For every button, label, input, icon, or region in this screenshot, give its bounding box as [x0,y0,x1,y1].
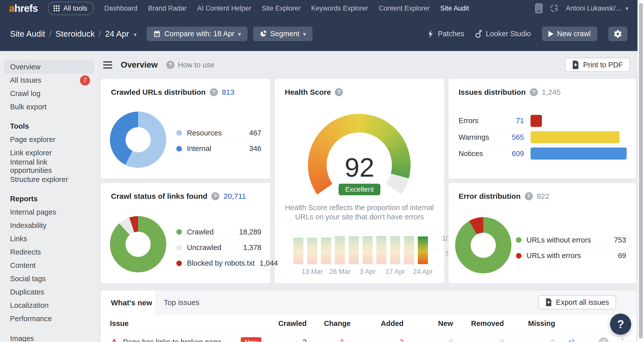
mobile-app-icon[interactable] [535,3,543,13]
legend-item[interactable]: URLs without errors 753 [516,232,626,248]
legend-item[interactable]: Blocked by robots.txt 1,044 [176,255,261,271]
export-all-issues-button[interactable]: Export all issues [538,295,616,309]
resources-dot [176,130,182,136]
sidebar-item-overview[interactable]: Overview [4,60,94,74]
sidebar-item-all-issues[interactable]: All Issues 7 [4,74,94,87]
help-circle-icon[interactable] [530,88,538,96]
sidebar-item-indexability[interactable]: Indexability [4,219,94,232]
help-circle-icon[interactable] [598,337,609,342]
warnings-bar [531,131,620,143]
errors-count-link[interactable]: 71 [496,117,524,125]
help-circle-icon[interactable] [525,192,533,200]
sidebar-item-performance[interactable]: Performance [4,312,94,325]
legend-item[interactable]: Resources 467 [176,125,261,141]
crawl-status-total-link[interactable]: 20,711 [223,192,246,201]
sidebar-item-internal-link-opportunities[interactable]: Internal link opportunities [4,160,94,173]
health-trend-bar [349,236,359,264]
nav-ai-content-helper[interactable]: AI Content Helper [197,5,251,12]
breadcrumb-crawl-date[interactable]: 24 Apr [105,29,129,39]
nav-dashboard[interactable]: Dashboard [104,5,138,12]
issues-row-errors: Errors 71 [459,113,627,129]
column-removed[interactable]: Removed [453,319,504,328]
sidebar-item-link-explorer[interactable]: Link explorer [4,146,94,160]
ahrefs-logo[interactable]: ahrefs [9,3,38,14]
top-nav-right: Antoni Lukawski'... [535,3,628,13]
legend-item[interactable]: Internal 346 [176,141,261,156]
issues-row-notices: Notices 609 [459,145,627,162]
issue-name: Page has links to broken page [123,338,221,342]
patches-button[interactable]: Patches [428,30,464,38]
tab-top-issues[interactable]: Top issues [156,290,199,315]
nav-content-explorer[interactable]: Content Explorer [379,5,430,12]
notices-bar [531,148,627,160]
sidebar-item-bulk-export[interactable]: Bulk export [4,100,94,114]
nav-keywords-explorer[interactable]: Keywords Explorer [311,5,368,12]
warnings-count-link[interactable]: 565 [496,133,524,141]
compare-with-button[interactable]: Compare with: 18 Apr [147,27,248,41]
cell-removed: 0 [453,338,504,342]
tab-whats-new[interactable]: What's new [101,290,156,315]
breadcrumb-project[interactable]: Steroiduck [56,29,95,39]
breadcrumb-site-audit[interactable]: Site Audit [10,29,45,39]
main-header: Overview How to use Print to PDF [98,51,637,79]
history-chart-icon[interactable] [566,339,574,342]
error-distribution-legend: URLs without errors 753 URLs with errors… [516,232,626,263]
sidebar-item-localization[interactable]: Localization [4,299,94,312]
column-crawled[interactable]: Crawled [266,319,307,328]
x-axis-ticks: 13 Mar 26 Mar 3 Apr 17 Apr 24 Apr [293,268,428,277]
column-change[interactable]: Change [307,319,351,328]
health-trend-chart [293,230,428,264]
looker-studio-button[interactable]: Looker Studio [475,30,531,38]
health-trend-bar [363,236,373,264]
new-issue-badge: New [241,337,261,342]
notices-count-link[interactable]: 609 [496,150,524,158]
nav-brand-radar[interactable]: Brand Radar [148,5,187,12]
legend-item[interactable]: Uncrawled 1,378 [176,240,261,255]
segment-button[interactable]: Segment [253,27,312,41]
table-row[interactable]: Page has links to broken page New 2 2 2 … [101,332,636,342]
legend-item[interactable]: Crawled 18,289 [176,224,261,240]
user-menu[interactable]: Antoni Lukawski'... [566,5,628,12]
scrollbar-thumb[interactable] [639,3,643,338]
nav-site-audit[interactable]: Site Audit [440,5,469,12]
new-crawl-button[interactable]: New crawl [542,27,597,41]
print-to-pdf-button[interactable]: Print to PDF [565,58,630,72]
chevron-down-icon[interactable] [134,29,137,39]
cell-missing: 0 [504,338,555,342]
sidebar-item-redirects[interactable]: Redirects [4,246,94,259]
sidebar-item-content[interactable]: Content [4,259,94,272]
hamburger-menu-icon[interactable] [102,59,114,70]
sidebar-item-links[interactable]: Links [4,232,94,246]
sidebar-item-crawl-log[interactable]: Crawl log [4,87,94,100]
row-menu-icon[interactable] [618,337,627,342]
urls-with-errors-dot [516,253,521,259]
looker-studio-icon [475,30,482,38]
feedback-icon[interactable] [550,4,559,13]
column-issue[interactable]: Issue [110,319,266,328]
column-added[interactable]: Added [351,319,404,328]
column-missing[interactable]: Missing [504,319,555,328]
sidebar-item-images[interactable]: Images [4,332,94,342]
health-trend-bar [307,238,317,264]
file-download-icon [572,61,579,69]
how-to-use-link[interactable]: How to use [166,61,214,69]
sidebar-item-duplicates[interactable]: Duplicates [4,285,94,299]
sidebar-item-page-explorer[interactable]: Page explorer [4,133,94,146]
sidebar-item-structure-explorer[interactable]: Structure explorer [4,173,94,186]
help-circle-icon[interactable] [210,88,218,96]
nav-site-explorer[interactable]: Site Explorer [262,5,301,12]
sidebar-item-social-tags[interactable]: Social tags [4,272,94,285]
help-fab-button[interactable]: ? [610,314,631,335]
help-circle-icon[interactable] [335,88,343,96]
help-circle-icon[interactable] [211,192,219,200]
settings-button[interactable] [608,27,627,41]
page-scrollbar[interactable] [637,0,644,342]
calendar-icon [153,30,161,38]
column-new[interactable]: New [404,319,453,328]
legend-item[interactable]: URLs with errors 69 [516,248,626,263]
crawled-urls-total-link[interactable]: 813 [222,88,234,96]
all-tools-button[interactable]: All tools [48,2,94,15]
issues-distribution-card: Issues distribution 1,245 Errors 71 Warn… [448,79,636,179]
issues-count-badge: 7 [80,75,90,85]
sidebar-item-internal-pages[interactable]: Internal pages [4,206,94,219]
